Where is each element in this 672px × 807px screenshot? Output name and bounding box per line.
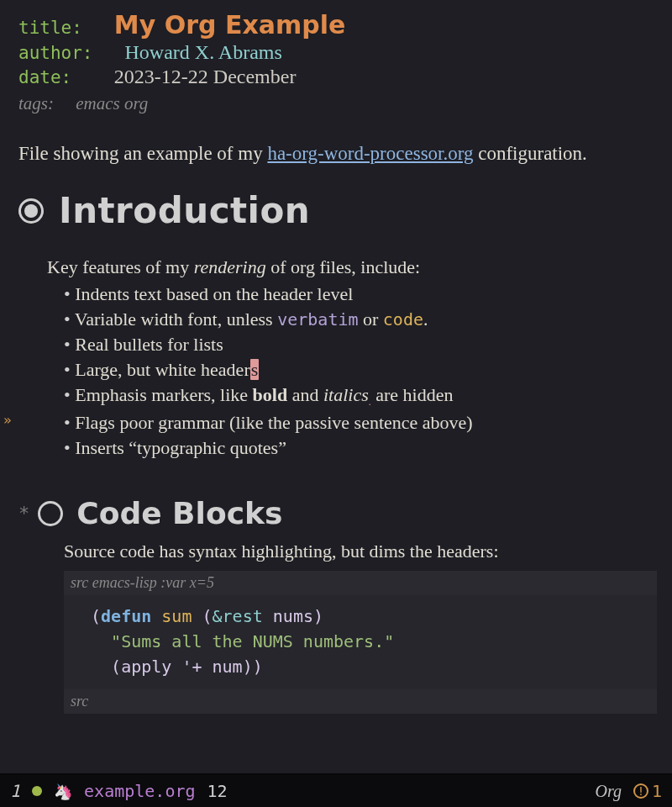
modeline-flycheck[interactable]: ! 1: [633, 781, 662, 801]
modeline-warning-count: 1: [652, 781, 662, 801]
warning-icon: !: [633, 783, 648, 799]
meta-author-value: Howard X. Abrams: [124, 41, 281, 63]
meta-date-value: 2023-12-22 December: [114, 66, 297, 87]
modeline-major-mode[interactable]: Org: [595, 782, 621, 801]
modeline-position: 12: [207, 781, 228, 801]
meta-author-line: author: Howard X. Abrams: [18, 41, 657, 64]
list-item: Emphasis markers, like bold and italics.…: [64, 384, 657, 409]
meta-title-line: title: My Org Example: [18, 10, 657, 40]
list-item: Large, but white headers: [64, 359, 657, 381]
meta-tags-value: emacs org: [76, 93, 148, 113]
fringe-indicator-icon: »: [3, 412, 12, 428]
meta-tags-line: tags: emacs org: [18, 93, 657, 114]
heading-2-text: Code Blocks: [76, 496, 282, 530]
list-item: Real bullets for lists: [64, 334, 657, 356]
src-intro-paragraph: Source code has syntax highlighting, but…: [64, 541, 657, 562]
modeline-filename[interactable]: example.org: [84, 781, 195, 801]
heading-bullet-icon: [18, 198, 44, 224]
editor-buffer[interactable]: title: My Org Example author: Howard X. …: [0, 0, 672, 773]
meta-key-title: title:: [18, 18, 82, 38]
unicorn-icon: 🦄: [54, 783, 72, 800]
source-block-body[interactable]: (defun sum (&rest nums) "Sums all the NU…: [64, 595, 657, 689]
modified-indicator-icon: [32, 786, 42, 796]
config-link[interactable]: ha-org-word-processor.org: [267, 143, 473, 164]
source-block-footer: src: [64, 689, 657, 714]
meta-key-author: author:: [18, 43, 93, 63]
heading-2-code-blocks[interactable]: * Code Blocks: [18, 496, 657, 530]
heading-star-icon: *: [18, 503, 29, 524]
meta-key-tags: tags:: [18, 93, 54, 113]
list-item: Flags poor grammar (like the passive sen…: [64, 412, 657, 434]
list-item: Variable width font, unless verbatim or …: [64, 309, 657, 330]
heading-1-introduction[interactable]: Introduction: [18, 190, 657, 231]
source-block-header: src emacs-lisp :var x=5: [64, 571, 657, 595]
cursor: s: [250, 359, 260, 380]
list-item: Inserts “typographic quotes”: [64, 437, 657, 459]
modeline[interactable]: 1 🦄 example.org 12 Org ! 1: [0, 773, 672, 807]
list-item: Indents text based on the header level: [64, 283, 657, 305]
heading-1-text: Introduction: [59, 190, 310, 231]
modeline-window-number: 1: [10, 781, 20, 801]
meta-key-date: date:: [18, 67, 71, 87]
feature-list: Indents text based on the header level V…: [64, 283, 657, 459]
meta-title-value: My Org Example: [114, 10, 346, 40]
meta-date-line: date: 2023-12-22 December: [18, 66, 657, 88]
intro-paragraph: File showing an example of my ha-org-wor…: [18, 143, 657, 165]
heading-bullet-icon: [38, 501, 63, 526]
intro-body-lead: Key features of my rendering of org file…: [47, 256, 657, 278]
source-block: src emacs-lisp :var x=5 (defun sum (&res…: [64, 571, 657, 714]
